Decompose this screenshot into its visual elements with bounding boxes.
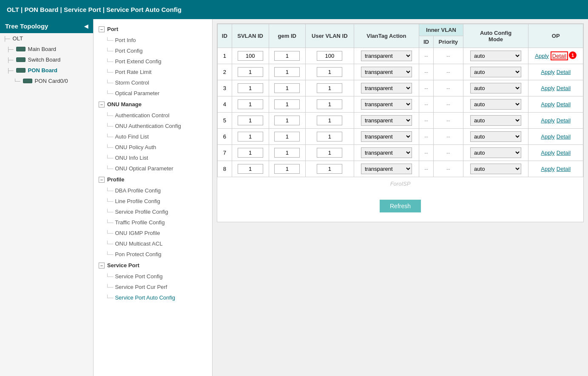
sidebar-header[interactable]: Tree Topology ◀ xyxy=(0,19,93,33)
row-uvlan-4[interactable] xyxy=(305,96,354,113)
row-vlantag-2[interactable]: transparenttranslateaddremove xyxy=(354,64,419,80)
row-uvlan-1[interactable] xyxy=(305,48,354,64)
row-svlan-2[interactable] xyxy=(232,64,269,80)
row-vlantag-5[interactable]: transparenttranslateaddremove xyxy=(354,113,419,129)
row-mode-8[interactable]: automanual xyxy=(463,161,528,177)
row-uvlan-2[interactable] xyxy=(305,64,354,80)
menu-onu-multicast-acl[interactable]: └─ONU Multicast ACL xyxy=(94,238,212,249)
input-gem-2[interactable] xyxy=(274,67,300,77)
menu-port-extend-config[interactable]: └─Port Extend Config xyxy=(94,56,212,67)
input-gem-6[interactable] xyxy=(274,132,300,141)
menu-onu-optical-param[interactable]: └─ONU Optical Parameter xyxy=(94,163,212,174)
input-svlan-4[interactable] xyxy=(238,99,263,109)
row-vlantag-7[interactable]: transparenttranslateaddremove xyxy=(354,145,419,161)
select-vlantag-8[interactable]: transparenttranslateaddremove xyxy=(361,164,412,174)
select-mode-8[interactable]: automanual xyxy=(470,164,521,174)
menu-pon-protect-config[interactable]: └─Pon Protect Config xyxy=(94,249,212,260)
row-svlan-5[interactable] xyxy=(232,113,269,129)
menu-port-config[interactable]: └─Port Config xyxy=(94,45,212,56)
menu-port-info[interactable]: └─Port Info xyxy=(94,35,212,45)
select-mode-1[interactable]: automanual xyxy=(470,51,521,61)
input-gem-5[interactable] xyxy=(274,116,300,125)
apply-link-2[interactable]: Apply xyxy=(541,69,555,75)
row-uvlan-7[interactable] xyxy=(305,145,354,161)
input-svlan-3[interactable] xyxy=(238,83,263,93)
row-svlan-8[interactable] xyxy=(232,161,269,177)
input-gem-3[interactable] xyxy=(274,83,300,93)
row-gem-2[interactable] xyxy=(269,64,305,80)
row-svlan-4[interactable] xyxy=(232,96,269,113)
detail-link-7[interactable]: Detail xyxy=(557,150,571,156)
apply-link-7[interactable]: Apply xyxy=(541,150,555,156)
row-gem-1[interactable] xyxy=(269,48,305,64)
row-gem-3[interactable] xyxy=(269,80,305,96)
select-vlantag-6[interactable]: transparenttranslateaddremove xyxy=(361,131,412,142)
sidebar-item-main-board[interactable]: ├─ Main Board xyxy=(0,44,93,54)
detail-link-3[interactable]: Detail xyxy=(557,85,571,91)
row-svlan-7[interactable] xyxy=(232,145,269,161)
input-uvlan-5[interactable] xyxy=(317,116,342,125)
menu-auto-find-list[interactable]: └─Auto Find List xyxy=(94,131,212,142)
input-uvlan-7[interactable] xyxy=(317,148,342,158)
menu-service-port-cur-perf[interactable]: └─Service Port Cur Perf xyxy=(94,282,212,292)
row-gem-6[interactable] xyxy=(269,129,305,145)
sidebar-item-pon-board[interactable]: ├─ PON Board xyxy=(0,65,93,76)
menu-onu-info-list[interactable]: └─ONU Info List xyxy=(94,153,212,163)
menu-onu-auth-config[interactable]: └─ONU Authentication Config xyxy=(94,121,212,131)
row-uvlan-5[interactable] xyxy=(305,113,354,129)
menu-service-port-auto-config[interactable]: └─Service Port Auto Config xyxy=(94,292,212,303)
input-gem-7[interactable] xyxy=(274,148,300,158)
section-service-port[interactable]: – Service Port xyxy=(94,260,212,271)
input-uvlan-4[interactable] xyxy=(317,99,342,109)
row-gem-8[interactable] xyxy=(269,161,305,177)
row-uvlan-6[interactable] xyxy=(305,129,354,145)
row-mode-3[interactable]: automanual xyxy=(463,80,528,96)
detail-link-2[interactable]: Detail xyxy=(557,69,571,75)
select-vlantag-7[interactable]: transparenttranslateaddremove xyxy=(361,147,412,158)
row-uvlan-8[interactable] xyxy=(305,161,354,177)
section-port[interactable]: – Port xyxy=(94,23,212,35)
select-vlantag-4[interactable]: transparenttranslateaddremove xyxy=(361,99,412,110)
select-mode-2[interactable]: automanual xyxy=(470,67,521,77)
menu-dba-profile[interactable]: └─DBA Profile Config xyxy=(94,185,212,196)
select-mode-4[interactable]: automanual xyxy=(470,99,521,110)
input-svlan-1[interactable] xyxy=(238,51,263,61)
input-uvlan-6[interactable] xyxy=(317,132,342,141)
input-uvlan-3[interactable] xyxy=(317,83,342,93)
row-svlan-3[interactable] xyxy=(232,80,269,96)
select-vlantag-3[interactable]: transparenttranslateaddremove xyxy=(361,83,412,93)
collapse-icon[interactable]: ◀ xyxy=(84,23,88,29)
row-svlan-1[interactable] xyxy=(232,48,269,64)
input-svlan-8[interactable] xyxy=(238,164,263,174)
apply-link-8[interactable]: Apply xyxy=(541,166,555,172)
menu-service-profile[interactable]: └─Service Profile Config xyxy=(94,206,212,217)
sidebar-item-switch-board[interactable]: ├─ Switch Board xyxy=(0,54,93,65)
row-svlan-6[interactable] xyxy=(232,129,269,145)
row-vlantag-1[interactable]: transparenttranslateaddremove xyxy=(354,48,419,64)
select-mode-3[interactable]: automanual xyxy=(470,83,521,93)
apply-link-5[interactable]: Apply xyxy=(541,117,555,124)
input-svlan-7[interactable] xyxy=(238,148,263,158)
menu-storm-control[interactable]: └─Storm Control xyxy=(94,77,212,88)
sidebar-item-olt[interactable]: ├─ OLT xyxy=(0,33,93,44)
section-profile[interactable]: – Profile xyxy=(94,174,212,185)
menu-onu-policy-auth[interactable]: └─ONU Policy Auth xyxy=(94,142,212,153)
select-vlantag-1[interactable]: transparenttranslateaddremove xyxy=(361,51,412,61)
row-vlantag-8[interactable]: transparenttranslateaddremove xyxy=(354,161,419,177)
apply-link-6[interactable]: Apply xyxy=(541,133,555,140)
menu-line-profile[interactable]: └─Line Profile Config xyxy=(94,196,212,206)
menu-port-rate-limit[interactable]: └─Port Rate Limit xyxy=(94,67,212,77)
menu-service-port-config[interactable]: └─Service Port Config xyxy=(94,271,212,282)
select-mode-6[interactable]: automanual xyxy=(470,131,521,142)
input-uvlan-1[interactable] xyxy=(317,51,342,61)
section-onu-manage[interactable]: – ONU Manage xyxy=(94,99,212,110)
refresh-button[interactable]: Refresh xyxy=(380,200,421,212)
row-mode-2[interactable]: automanual xyxy=(463,64,528,80)
input-gem-1[interactable] xyxy=(274,51,300,61)
input-svlan-2[interactable] xyxy=(238,67,263,77)
input-gem-4[interactable] xyxy=(274,99,300,109)
row-gem-4[interactable] xyxy=(269,96,305,113)
select-vlantag-5[interactable]: transparenttranslateaddremove xyxy=(361,115,412,126)
menu-optical-parameter[interactable]: └─Optical Parameter xyxy=(94,88,212,99)
apply-link-1[interactable]: Apply xyxy=(535,53,549,59)
